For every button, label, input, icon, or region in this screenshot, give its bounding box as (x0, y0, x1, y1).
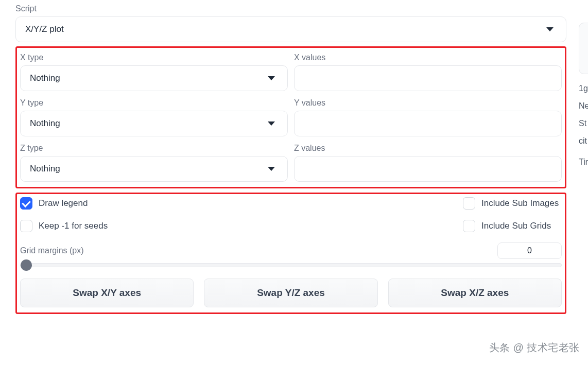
draw-legend-checkbox[interactable] (20, 197, 32, 210)
chevron-down-icon (546, 27, 554, 31)
sidebar-peek: 1g Ne St cit Tir (576, 0, 588, 365)
z-type-value: Nothing (30, 164, 60, 174)
include-sub-images-checkbox[interactable] (463, 197, 475, 210)
script-label: Script (15, 4, 566, 13)
x-values-label: X values (294, 53, 562, 62)
y-values-input[interactable] (294, 111, 562, 136)
x-type-label: X type (20, 53, 288, 62)
grid-margins-input[interactable] (497, 242, 562, 259)
include-sub-grids-group: Include Sub Grids (463, 220, 562, 232)
swap-xy-button[interactable]: Swap X/Y axes (20, 279, 194, 307)
keep-seed-label: Keep -1 for seeds (39, 221, 108, 231)
include-sub-images-label: Include Sub Images (481, 198, 559, 208)
script-section: Script X/Y/Z plot (15, 4, 566, 42)
x-type-value: Nothing (30, 73, 60, 83)
z-values-input[interactable] (294, 156, 562, 182)
axes-highlight-box: X type Nothing X values Y type Not (15, 46, 566, 188)
include-sub-grids-checkbox[interactable] (463, 220, 475, 232)
keep-seed-group: Keep -1 for seeds (20, 220, 278, 232)
z-type-label: Z type (20, 144, 288, 153)
include-sub-images-group: Include Sub Images (463, 197, 562, 210)
y-axis-row: Y type Nothing Y values (20, 96, 562, 136)
peek-text: Tir (579, 158, 588, 167)
y-type-label: Y type (20, 98, 288, 108)
peek-text: 1g (579, 84, 588, 93)
swap-yz-button[interactable]: Swap Y/Z axes (204, 279, 377, 307)
y-values-label: Y values (294, 98, 562, 108)
z-axis-row: Z type Nothing Z values (20, 142, 562, 182)
y-type-select[interactable]: Nothing (20, 111, 288, 136)
z-type-select[interactable]: Nothing (20, 156, 288, 182)
peek-text: cit (579, 136, 587, 146)
chevron-down-icon (268, 76, 275, 80)
draw-legend-group: Draw legend (20, 197, 278, 210)
x-type-select[interactable]: Nothing (20, 65, 288, 91)
grid-margins-slider[interactable] (20, 263, 562, 267)
chevron-down-icon (268, 121, 275, 126)
chevron-down-icon (268, 167, 275, 171)
script-select[interactable]: X/Y/Z plot (15, 16, 566, 42)
slider-thumb-icon[interactable] (21, 259, 32, 271)
draw-legend-label: Draw legend (39, 198, 88, 208)
xyz-plot-panel: Script X/Y/Z plot X type Nothing X val (0, 4, 566, 314)
z-values-label: Z values (294, 144, 562, 153)
options-highlight-box: Draw legend Include Sub Images Keep -1 f… (15, 193, 566, 314)
sidebar-card-fragment (579, 23, 588, 74)
watermark: 头条 @ 技术宅老张 (489, 341, 580, 355)
x-axis-row: X type Nothing X values (20, 51, 562, 91)
peek-text: St (579, 119, 586, 128)
keep-seed-checkbox[interactable] (20, 220, 32, 232)
peek-text: Ne (579, 101, 588, 111)
script-select-value: X/Y/Z plot (25, 24, 64, 34)
swap-xz-button[interactable]: Swap X/Z axes (388, 279, 562, 307)
grid-margins-label: Grid margins (px) (20, 246, 84, 255)
y-type-value: Nothing (30, 118, 60, 129)
x-values-input[interactable] (294, 65, 562, 91)
include-sub-grids-label: Include Sub Grids (481, 221, 551, 231)
